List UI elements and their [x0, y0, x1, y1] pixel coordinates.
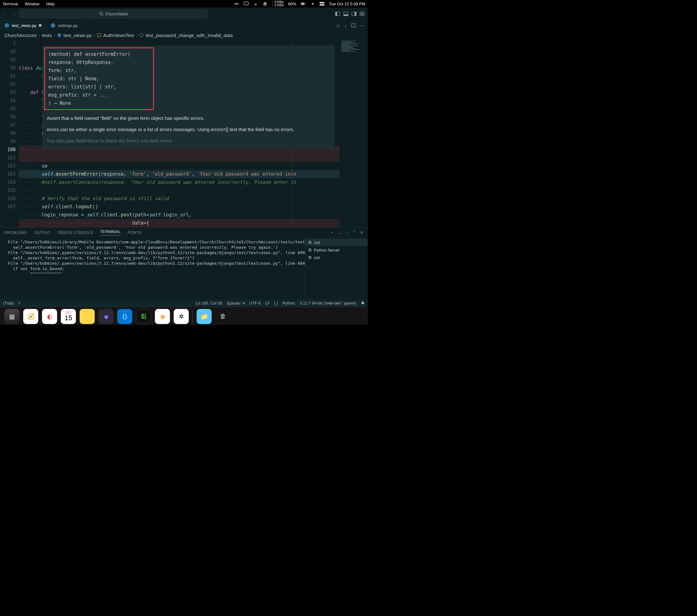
svg-line-7 — [102, 15, 103, 16]
link-icon[interactable]: ⚭ — [310, 1, 315, 6]
panel-tab-problems[interactable]: PROBLEMS — [4, 230, 27, 235]
new-terminal-icon[interactable]: ＋ — [330, 230, 334, 235]
chevron-down-icon[interactable]: ⌄ — [344, 23, 347, 28]
battery-percent[interactable]: 80% — [288, 2, 296, 6]
tab-settings[interactable]: settings.py — [46, 20, 82, 31]
signature-box: (method) def assertFormError( response: … — [44, 47, 154, 110]
nav-back-icon[interactable]: ← — [3, 12, 7, 16]
launchpad-icon[interactable]: ▦ — [4, 309, 19, 324]
status-interpreter[interactable]: 3.12.7 64-bit ('web-dev': pyenv) — [299, 301, 356, 306]
signature-help-popup: (method) def assertFormError( response: … — [43, 46, 334, 148]
panel-bottom-icon[interactable] — [343, 12, 348, 16]
menu-window[interactable]: Window — [25, 2, 39, 6]
panel-right-icon[interactable] — [352, 12, 356, 16]
maximize-panel-icon[interactable]: ⌃ — [353, 230, 356, 235]
tableplus-icon[interactable]: ◉ — [155, 309, 170, 324]
bolt-icon[interactable]: ⚡︎ — [18, 301, 21, 306]
terminal-icon: ⧉ — [309, 240, 311, 245]
sig-doc-line: Assert that a field named "field" on the… — [47, 115, 330, 122]
close-panel-icon[interactable]: ✕ — [360, 230, 364, 235]
terminal-output[interactable]: File "/Users/hobbies/Library/Mobile Docu… — [0, 237, 305, 299]
editor[interactable]: 7888990919293949596979899100101102103104… — [0, 40, 368, 227]
braces-icon[interactable]: { } — [275, 301, 278, 306]
breadcrumb-item[interactable]: tests — [42, 33, 52, 38]
safari-icon[interactable]: 🧭 — [23, 309, 38, 324]
svg-rect-15 — [362, 12, 364, 14]
method-icon — [139, 33, 144, 37]
split-editor-icon[interactable] — [351, 23, 356, 28]
macos-menubar: Terminal Window Help ••• ☕︎ 🚇 ↑↓ 0 KB/s0… — [0, 0, 368, 8]
downloads-icon[interactable]: 📁 — [197, 309, 212, 324]
nav-forward-icon[interactable]: → — [12, 12, 16, 16]
dirty-indicator-icon — [39, 24, 41, 27]
titlebar: ← → ChurchSite5 — [0, 8, 368, 20]
status-encoding[interactable]: UTF-8 — [249, 301, 261, 306]
terminal-app-icon[interactable]: $| — [136, 309, 151, 324]
breadcrumb-item[interactable]: test_password_change_with_invalid_data — [146, 33, 233, 38]
sig-doc-line: You can pass field=None to check the for… — [47, 137, 330, 145]
breadcrumb-item[interactable]: ChurchAccount — [4, 33, 37, 38]
sig-doc-line: errors can be either a single error mess… — [47, 126, 330, 133]
svg-rect-17 — [362, 14, 364, 16]
layout-icon[interactable] — [360, 12, 365, 16]
run-icon[interactable]: ▷ — [337, 23, 340, 28]
more-icon[interactable]: ⋯ — [345, 230, 349, 235]
train-icon[interactable]: 🚇 — [263, 1, 267, 6]
chatgpt-icon[interactable]: ✲ — [174, 309, 189, 324]
status-trial[interactable]: (Trial) — [3, 301, 14, 306]
terminal-item[interactable]: ⧉ zsh — [306, 239, 368, 246]
svg-point-19 — [51, 23, 55, 28]
terminal-icon: ⧉ — [309, 248, 311, 252]
trash-icon[interactable]: 🗑 — [216, 309, 231, 324]
terminal-item[interactable]: ⧉ zsh — [306, 254, 368, 261]
svg-rect-14 — [360, 12, 362, 14]
breadcrumb-item[interactable]: AuthViewsTest — [103, 33, 134, 38]
terminal-item[interactable]: ⧉ Python Server — [306, 246, 368, 254]
panel-tab-debug[interactable]: DEBUG CONSOLE — [58, 230, 93, 235]
activity-icon[interactable]: ◐ — [42, 309, 57, 324]
terminal-list: ⧉ zsh ⧉ Python Server ⧉ zsh — [305, 237, 368, 299]
status-eol[interactable]: LF — [265, 301, 270, 306]
line-gutter: 7888990919293949596979899100101102103104… — [0, 40, 19, 227]
obsidian-icon[interactable]: ◆ — [99, 309, 114, 324]
statusbar: (Trial) ⚡︎ Ln 100, Col 30 Spaces: 4 UTF-… — [0, 299, 368, 307]
panel-left-icon[interactable] — [335, 12, 340, 16]
search-icon — [99, 12, 103, 16]
vscode-window: ← → ChurchSite5 test_views.py settings.p… — [0, 8, 368, 307]
class-icon — [97, 33, 101, 37]
coffee-icon[interactable]: ☕︎ — [253, 1, 258, 6]
vscode-icon[interactable]: ⟨⟩ — [117, 309, 132, 324]
breadcrumb-item[interactable]: test_views.py — [63, 33, 91, 38]
status-spaces[interactable]: Spaces: 4 — [227, 301, 245, 306]
panel-tab-ports[interactable]: PORTS — [128, 230, 142, 235]
panel-tab-output[interactable]: OUTPUT — [34, 230, 50, 235]
ellipsis-icon[interactable]: ••• — [234, 1, 239, 6]
tab-test-views[interactable]: test_views.py — [0, 20, 46, 31]
menu-help[interactable]: Help — [46, 2, 55, 6]
clock[interactable]: Tue Oct 15 5:09 PM — [329, 2, 365, 6]
notes-icon[interactable] — [80, 309, 95, 324]
status-position[interactable]: Ln 100, Col 30 — [196, 301, 222, 306]
terminal-dropdown-icon[interactable]: ⌄ — [338, 230, 341, 235]
editor-tabs: test_views.py settings.py ▷ ⌄ ⋯ — [0, 20, 368, 31]
panel-tab-terminal[interactable]: TERMINAL — [100, 229, 121, 236]
svg-point-18 — [5, 23, 9, 28]
command-center[interactable]: ChurchSite5 — [19, 10, 208, 18]
battery-icon[interactable] — [301, 1, 306, 6]
menu-terminal[interactable]: Terminal — [2, 2, 18, 6]
status-language[interactable]: Python — [282, 301, 295, 306]
svg-rect-13 — [355, 12, 356, 16]
breadcrumbs[interactable]: ChurchAccount › tests › test_views.py › … — [0, 31, 368, 40]
screen-icon[interactable] — [243, 1, 249, 6]
minimap[interactable] — [340, 40, 368, 227]
svg-rect-3 — [301, 3, 304, 4]
svg-rect-23 — [98, 33, 101, 37]
svg-rect-11 — [344, 14, 348, 16]
bell-icon[interactable]: 🔔︎ — [360, 301, 365, 306]
calendar-icon[interactable]: OCT 15 — [61, 309, 76, 324]
control-center-icon[interactable] — [320, 1, 325, 6]
more-icon[interactable]: ⋯ — [360, 23, 364, 28]
search-text: ChurchSite5 — [105, 12, 128, 16]
svg-rect-24 — [139, 33, 144, 37]
tab-label: test_views.py — [12, 23, 36, 28]
